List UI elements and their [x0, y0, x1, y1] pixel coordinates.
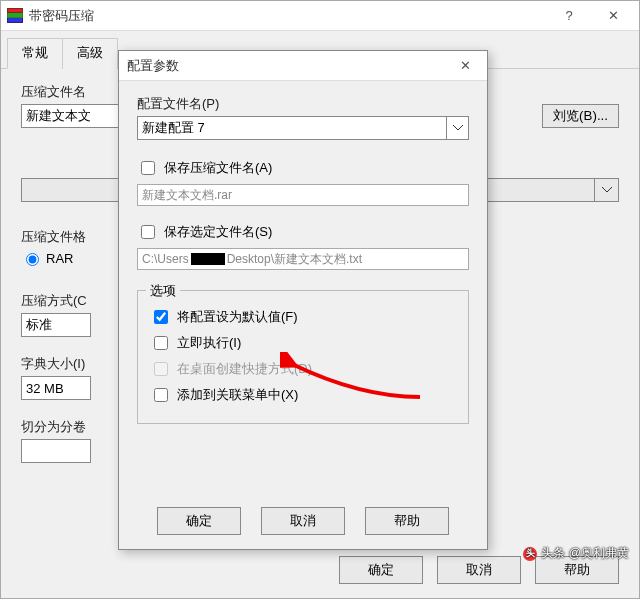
modal-titlebar: 配置参数 ✕ — [119, 51, 487, 81]
profile-name-combo[interactable] — [137, 116, 447, 140]
opt-set-default-checkbox[interactable] — [154, 310, 168, 324]
config-params-dialog: 配置参数 ✕ 配置文件名(P) 保存压缩文件名(A) 新建文本文档.rar — [118, 50, 488, 550]
save-archive-name-label: 保存压缩文件名(A) — [164, 159, 272, 177]
tab-general[interactable]: 常规 — [7, 38, 63, 69]
modal-help-button[interactable]: 帮助 — [365, 507, 449, 535]
config-dropdown-arrow[interactable] — [595, 178, 619, 202]
opt-add-context-label: 添加到关联菜单中(X) — [177, 386, 298, 404]
redacted-text — [191, 253, 225, 265]
split-input[interactable] — [21, 439, 91, 463]
opt-exec-now-checkbox[interactable] — [154, 336, 168, 350]
modal-cancel-button[interactable]: 取消 — [261, 507, 345, 535]
opt-create-shortcut-label: 在桌面创建快捷方式(D) — [177, 360, 312, 378]
modal-button-row: 确定 取消 帮助 — [119, 497, 487, 549]
method-select[interactable] — [21, 313, 91, 337]
close-titlebar-button[interactable]: ✕ — [591, 1, 635, 31]
chevron-down-icon — [453, 125, 463, 131]
format-rar-radio[interactable]: RAR — [21, 250, 73, 266]
modal-title: 配置参数 — [127, 57, 451, 75]
save-archive-name-field[interactable]: 新建文本文档.rar — [137, 184, 469, 206]
opt-add-context-checkbox[interactable] — [154, 388, 168, 402]
app-icon — [7, 8, 23, 24]
browse-button[interactable]: 刘览(B)... — [542, 104, 619, 128]
window-title: 带密码压缩 — [29, 7, 547, 25]
save-selected-field[interactable]: C:\UsersDesktop\新建文本文档.txt — [137, 248, 469, 270]
watermark: 头 头条 @奥利弗黄 — [523, 545, 629, 562]
options-legend: 选项 — [146, 282, 180, 300]
main-cancel-button[interactable]: 取消 — [437, 556, 521, 584]
modal-ok-button[interactable]: 确定 — [157, 507, 241, 535]
dict-select[interactable] — [21, 376, 91, 400]
save-selected-checkbox[interactable] — [141, 225, 155, 239]
save-archive-name-checkbox[interactable] — [141, 161, 155, 175]
opt-exec-now-label: 立即执行(I) — [177, 334, 241, 352]
titlebar: 带密码压缩 ? ✕ — [1, 1, 639, 31]
chevron-down-icon — [602, 187, 612, 193]
opt-set-default-label: 将配置设为默认值(F) — [177, 308, 298, 326]
help-titlebar-button[interactable]: ? — [547, 1, 591, 31]
profile-name-dropdown[interactable] — [447, 116, 469, 140]
main-ok-button[interactable]: 确定 — [339, 556, 423, 584]
watermark-icon: 头 — [523, 547, 537, 561]
tab-advanced[interactable]: 高级 — [62, 38, 118, 69]
opt-create-shortcut-checkbox — [154, 362, 168, 376]
profile-name-label: 配置文件名(P) — [137, 95, 469, 113]
rar-radio-input[interactable] — [26, 253, 39, 266]
save-selected-label: 保存选定文件名(S) — [164, 223, 272, 241]
modal-close-button[interactable]: ✕ — [451, 58, 479, 73]
